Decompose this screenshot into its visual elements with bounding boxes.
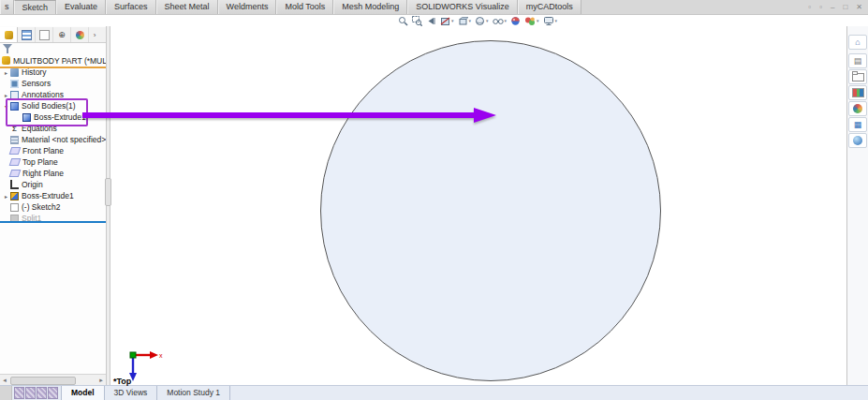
minimize-icon[interactable]: – — [831, 0, 834, 14]
ribbon-tab-solidworks-visualize[interactable]: SOLIDWORKS Visualize — [407, 0, 517, 14]
panel-splitter[interactable] — [106, 26, 110, 386]
tab-configurationmanager[interactable] — [36, 27, 53, 42]
heads-up-toolbar: ▾▾▾▾▾▾ — [397, 14, 558, 27]
sheet-tab-motion-study-1[interactable]: Motion Study 1 — [157, 386, 230, 400]
appearances-icon-glyph — [853, 104, 862, 113]
home-icon[interactable]: ⌂ — [848, 35, 867, 50]
rollback-bar[interactable] — [0, 221, 107, 223]
tab-propertymanager[interactable] — [18, 27, 36, 42]
history-icon — [10, 68, 19, 77]
dropdown-caret-icon[interactable]: ▾ — [555, 18, 558, 23]
apply-scene-icon[interactable]: ▾ — [523, 15, 540, 27]
hide-show-items-icon[interactable]: ▾ — [492, 15, 508, 27]
equations-icon: Σ — [10, 125, 19, 133]
expand-arrow-icon[interactable]: ▸ — [2, 92, 10, 98]
edit-appearance-icon[interactable] — [509, 15, 522, 27]
view-settings-icon[interactable]: ▾ — [542, 15, 559, 27]
task-pane-icons: ⌂▤▦ — [848, 35, 867, 148]
previous-view-icon[interactable] — [425, 15, 437, 27]
sheet-nav-prev[interactable] — [25, 387, 36, 399]
tab-featuremanager[interactable] — [0, 27, 18, 42]
tree-item-origin[interactable]: Origin — [0, 179, 106, 190]
part-icon — [2, 56, 10, 65]
sheet-nav-last[interactable] — [48, 387, 58, 399]
panel-tabs-overflow-icon[interactable]: › — [89, 27, 100, 42]
tree-item-boss-extrude1[interactable]: ▸Boss-Extrude1 — [0, 190, 106, 201]
sheet-tab-model[interactable]: Model — [61, 386, 105, 400]
sheet-tabs: Model3D ViewsMotion Study 1 — [61, 386, 230, 400]
view-orientation-icon[interactable]: ▾ — [457, 15, 473, 27]
sheet-tab-3d-views[interactable]: 3D Views — [105, 386, 158, 400]
ribbon-tab-mold-tools[interactable]: Mold Tools — [276, 0, 333, 14]
task-pane: ⌂▤▦ — [846, 26, 868, 386]
section-view-icon[interactable]: ▾ — [439, 15, 455, 27]
sheet-nav-first[interactable] — [14, 387, 24, 399]
tab-displaymanager[interactable] — [71, 27, 89, 42]
tree-item-top-plane[interactable]: Top Plane — [0, 156, 106, 168]
appearances-icon[interactable] — [848, 101, 867, 116]
ribbon-tab-weldments[interactable]: Weldments — [218, 0, 277, 14]
panel-splitter-handle[interactable] — [105, 178, 111, 206]
pane-toggle-right-icon[interactable]: ▫ — [819, 0, 822, 14]
extrude-icon — [10, 192, 19, 200]
dropdown-caret-icon[interactable]: ▾ — [537, 18, 539, 23]
custom-properties-icon-glyph: ▦ — [854, 120, 862, 129]
tree-item-mulitbody-part-mulitbo[interactable]: MULITBODY PART (*MULITBO — [0, 54, 106, 67]
tree-item-material-not-specified[interactable]: Material <not specified> — [0, 134, 106, 145]
custom-properties-icon[interactable]: ▦ — [848, 117, 867, 132]
display-style-icon[interactable]: ▾ — [474, 15, 490, 27]
plane-icon — [9, 147, 22, 155]
ribbon-tab-sketch[interactable]: Sketch — [14, 0, 57, 14]
tree-item-label: MULITBODY PART (*MULITBO — [13, 56, 106, 66]
plane-icon — [9, 170, 22, 177]
tree-item-sensors[interactable]: Sensors — [0, 78, 106, 89]
tree-item-label: Boss-Extrude1 — [22, 191, 74, 200]
ribbon-tab-surfaces[interactable]: Surfaces — [106, 0, 156, 14]
tree-item-label: Top Plane — [22, 157, 58, 167]
close-icon[interactable]: ✕ — [856, 0, 862, 14]
tree-item-annotations[interactable]: ▸Annotations — [0, 89, 106, 100]
origin-icon — [10, 180, 19, 189]
view-orientation-label: *Top — [113, 377, 131, 386]
design-library-icon[interactable]: ▤ — [848, 53, 867, 68]
ribbon-tab-evaluate[interactable]: Evaluate — [56, 0, 106, 14]
scrollbar-thumb[interactable] — [10, 377, 76, 385]
featuremanager-tab-row: ⊕› — [0, 27, 106, 43]
dropdown-caret-icon[interactable]: ▾ — [505, 18, 508, 23]
tree-item-right-plane[interactable]: Right Plane — [0, 168, 106, 179]
expand-arrow-icon[interactable]: ▾ — [2, 103, 10, 110]
scroll-left-icon[interactable]: ◂ — [0, 375, 9, 385]
solidworks-window: sSketchEvaluateSurfacesSheet MetalWeldme… — [0, 0, 868, 400]
sheet-nav-buttons — [12, 386, 61, 400]
expand-arrow-icon[interactable]: ▸ — [2, 193, 10, 200]
dropdown-caret-icon[interactable]: ▾ — [469, 18, 472, 23]
bottom-bar: Model3D ViewsMotion Study 1 — [0, 385, 868, 400]
ribbon-tab-sheet-metal[interactable]: Sheet Metal — [156, 0, 218, 14]
tree-item-front-plane[interactable]: Front Plane — [0, 145, 106, 156]
plane-icon — [9, 158, 22, 166]
ribbon-tab-mesh-modeling[interactable]: Mesh Modeling — [333, 0, 407, 14]
tree-item-sketch2[interactable]: (-) Sketch2 — [0, 201, 106, 213]
filter-funnel-icon[interactable] — [3, 44, 14, 53]
sheet-nav-next[interactable] — [37, 387, 47, 399]
annotations-icon — [10, 91, 19, 99]
view-palette-icon[interactable] — [848, 85, 867, 100]
tab-dimxpertmanager[interactable]: ⊕ — [53, 27, 71, 42]
zoom-fit-icon[interactable] — [397, 15, 409, 27]
dropdown-caret-icon[interactable]: ▾ — [451, 18, 454, 23]
design-library-icon-glyph: ▤ — [854, 56, 862, 66]
pane-toggle-left-icon[interactable]: ▫ — [808, 0, 811, 14]
restore-icon[interactable]: □ — [843, 0, 847, 14]
ribbon-tab-mycadtools[interactable]: myCADtools — [518, 0, 581, 14]
body-icon — [22, 113, 31, 122]
tree-item-label: Front Plane — [22, 146, 64, 156]
ribbon-tab-s[interactable]: s — [0, 0, 14, 14]
forum-icon[interactable] — [848, 133, 867, 148]
scroll-right-icon[interactable]: ▸ — [96, 375, 106, 385]
file-explorer-icon[interactable] — [848, 69, 867, 84]
zoom-area-icon[interactable] — [411, 15, 423, 27]
dropdown-caret-icon[interactable]: ▾ — [486, 18, 489, 23]
tree-item-label: History — [22, 67, 46, 77]
expand-arrow-icon[interactable]: ▸ — [2, 69, 10, 76]
model-circle-top-view[interactable] — [320, 40, 661, 381]
